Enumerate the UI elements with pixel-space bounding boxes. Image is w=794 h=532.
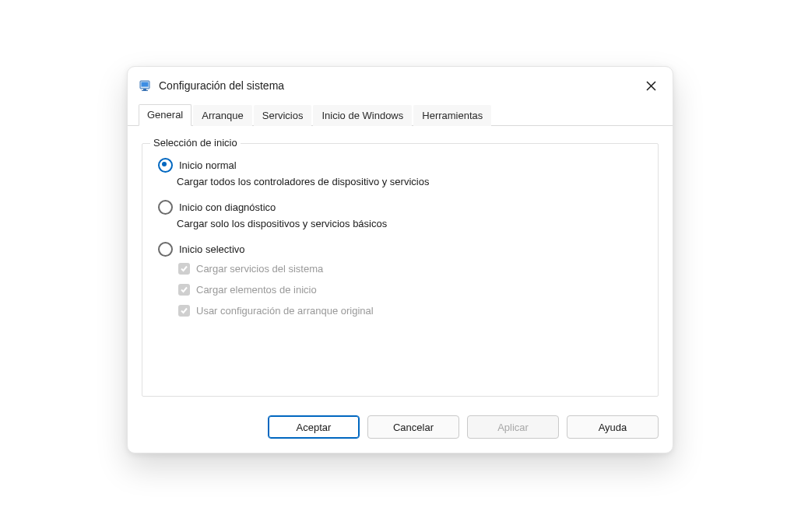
close-button[interactable] (640, 75, 662, 96)
cb-use-original-boot (178, 305, 190, 317)
tab-herramientas[interactable]: Herramientas (413, 105, 491, 126)
titlebar: Configuración del sistema (128, 67, 673, 101)
accept-button[interactable]: Aceptar (268, 415, 360, 439)
help-button[interactable]: Ayuda (567, 415, 659, 439)
radio-normal[interactable] (158, 158, 173, 173)
cb-load-system-services-label: Cargar servicios del sistema (196, 263, 323, 275)
option-selective: Inicio selectivo Cargar servicios del si… (155, 242, 645, 317)
radio-selective[interactable] (158, 242, 173, 257)
apply-button: Aplicar (467, 415, 559, 439)
group-legend: Selección de inicio (150, 137, 241, 149)
tabstrip: General Arranque Servicios Inicio de Win… (128, 104, 673, 126)
option-normal: Inicio normal Cargar todos los controlad… (155, 158, 645, 187)
general-panel: Selección de inicio Inicio normal Cargar… (128, 126, 673, 404)
msconfig-icon (139, 79, 153, 93)
msconfig-dialog: Configuración del sistema General Arranq… (127, 66, 673, 453)
dialog-button-row: Aceptar Cancelar Aplicar Ayuda (128, 404, 673, 453)
cb-load-startup-items-row: Cargar elementos de inicio (178, 284, 645, 296)
tab-general[interactable]: General (139, 104, 191, 126)
selective-checkbox-list: Cargar servicios del sistema Cargar elem… (178, 263, 645, 317)
svg-rect-2 (143, 89, 146, 90)
radio-selective-label: Inicio selectivo (179, 243, 245, 255)
option-diagnostic: Inicio con diagnóstico Cargar solo los d… (155, 200, 645, 229)
cb-load-startup-items-label: Cargar elementos de inicio (196, 284, 317, 296)
cancel-button[interactable]: Cancelar (367, 415, 459, 439)
svg-rect-3 (142, 90, 148, 91)
tab-inicio-windows[interactable]: Inicio de Windows (313, 105, 412, 126)
cb-load-startup-items (178, 284, 190, 296)
cb-load-system-services (178, 263, 190, 275)
radio-diagnostic[interactable] (158, 200, 173, 215)
startup-selection-group: Selección de inicio Inicio normal Cargar… (142, 143, 659, 397)
radio-diagnostic-label: Inicio con diagnóstico (179, 201, 276, 213)
tab-arranque[interactable]: Arranque (193, 105, 251, 126)
cb-load-system-services-row: Cargar servicios del sistema (178, 263, 645, 275)
cb-use-original-boot-row: Usar configuración de arranque original (178, 305, 645, 317)
cb-use-original-boot-label: Usar configuración de arranque original (196, 305, 374, 317)
svg-rect-1 (142, 82, 149, 87)
tab-servicios[interactable]: Servicios (254, 105, 312, 126)
window-title: Configuración del sistema (159, 79, 640, 92)
radio-diagnostic-desc: Cargar solo los dispositivos y servicios… (177, 218, 645, 229)
radio-normal-desc: Cargar todos los controladores de dispos… (177, 176, 645, 187)
radio-normal-label: Inicio normal (179, 159, 237, 171)
